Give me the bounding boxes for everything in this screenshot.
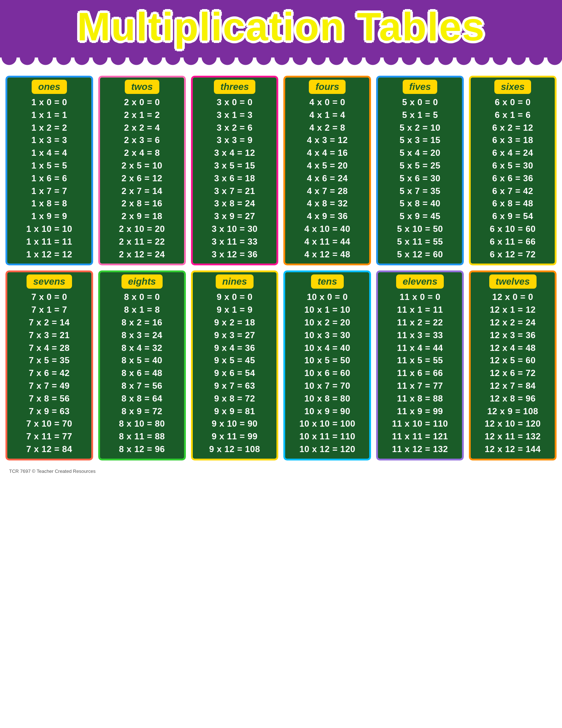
card-row-fives-6: 5 x 6 = 30 — [400, 172, 441, 185]
card-row-tens-11: 10 x 11 = 110 — [299, 430, 355, 443]
card-row-twos-5: 2 x 5 = 10 — [121, 159, 162, 172]
card-row-fives-2: 5 x 2 = 10 — [400, 122, 441, 134]
card-row-eights-10: 8 x 10 = 80 — [119, 418, 165, 430]
card-row-fours-10: 4 x 10 = 40 — [304, 223, 350, 236]
card-row-threes-8: 3 x 8 = 24 — [214, 197, 255, 210]
footer-text: TCR 7697 © Teacher Created Resources — [5, 467, 557, 475]
card-row-twelves-7: 12 x 7 = 84 — [490, 380, 535, 392]
card-row-elevens-3: 11 x 3 = 33 — [397, 329, 443, 342]
card-title-eights: eights — [121, 274, 163, 289]
table-card-threes: threes3 x 0 = 03 x 1 = 33 x 2 = 63 x 3 =… — [191, 76, 279, 265]
content-area: ones1 x 0 = 01 x 1 = 11 x 2 = 21 x 3 = 3… — [0, 68, 562, 483]
card-row-elevens-4: 11 x 4 = 44 — [397, 342, 443, 355]
card-row-tens-12: 10 x 12 = 120 — [299, 443, 355, 456]
card-row-eights-2: 8 x 2 = 16 — [121, 316, 162, 329]
card-title-sixes: sixes — [494, 80, 531, 94]
card-row-elevens-9: 11 x 9 = 99 — [397, 405, 443, 418]
card-row-fours-12: 4 x 12 = 48 — [304, 248, 350, 261]
page-title: Multiplication Tables — [7, 7, 555, 47]
card-row-threes-10: 3 x 10 = 30 — [212, 223, 258, 236]
card-row-tens-0: 10 x 0 = 0 — [307, 291, 348, 304]
card-row-threes-6: 3 x 6 = 18 — [214, 172, 255, 185]
card-row-fives-1: 5 x 1 = 5 — [402, 109, 438, 122]
card-row-eights-12: 8 x 12 = 96 — [119, 443, 165, 456]
card-rows-eights: 8 x 0 = 08 x 1 = 88 x 2 = 168 x 3 = 248 … — [101, 291, 183, 457]
card-row-fours-11: 4 x 11 = 44 — [304, 236, 350, 248]
card-row-sevens-5: 7 x 5 = 35 — [29, 354, 69, 367]
card-row-elevens-1: 11 x 1 = 11 — [397, 304, 443, 316]
card-row-ones-12: 1 x 12 = 12 — [26, 248, 72, 261]
card-row-twos-9: 2 x 9 = 18 — [121, 210, 162, 223]
card-row-threes-2: 3 x 2 = 6 — [217, 122, 253, 134]
card-row-eights-8: 8 x 8 = 64 — [121, 392, 162, 405]
card-row-tens-1: 10 x 1 = 10 — [304, 304, 350, 316]
card-row-twos-8: 2 x 8 = 16 — [121, 197, 162, 210]
card-row-twelves-0: 12 x 0 = 0 — [492, 291, 533, 304]
card-row-nines-10: 9 x 10 = 90 — [212, 418, 258, 430]
card-row-threes-9: 3 x 9 = 27 — [214, 210, 255, 223]
card-row-tens-9: 10 x 9 = 90 — [304, 405, 350, 418]
card-row-elevens-5: 11 x 5 = 55 — [397, 354, 443, 367]
card-row-eights-11: 8 x 11 = 88 — [119, 430, 165, 443]
card-row-ones-10: 1 x 10 = 10 — [26, 223, 72, 236]
card-row-sevens-6: 7 x 6 = 42 — [29, 367, 69, 380]
card-row-sevens-10: 7 x 10 = 70 — [26, 418, 72, 430]
card-row-sixes-6: 6 x 6 = 36 — [492, 172, 533, 185]
card-row-fives-8: 5 x 8 = 40 — [400, 197, 441, 210]
card-row-tens-4: 10 x 4 = 40 — [304, 342, 350, 355]
card-rows-sixes: 6 x 0 = 06 x 1 = 66 x 2 = 126 x 3 = 186 … — [472, 96, 553, 262]
card-title-fours: fours — [309, 80, 346, 94]
card-row-elevens-7: 11 x 7 = 77 — [397, 380, 443, 392]
card-row-eights-9: 8 x 9 = 72 — [121, 405, 162, 418]
card-row-fours-5: 4 x 5 = 20 — [307, 159, 348, 172]
card-row-eights-5: 8 x 5 = 40 — [121, 354, 162, 367]
card-title-elevens: elevens — [396, 274, 444, 289]
card-row-sevens-7: 7 x 7 = 49 — [29, 380, 69, 392]
card-row-ones-4: 1 x 4 = 4 — [31, 147, 67, 159]
card-row-sixes-11: 6 x 11 = 66 — [490, 236, 535, 248]
card-title-threes: threes — [214, 80, 255, 94]
card-row-sevens-4: 7 x 4 = 28 — [29, 342, 69, 355]
card-row-tens-5: 10 x 5 = 50 — [304, 354, 350, 367]
card-row-eights-3: 8 x 3 = 24 — [121, 329, 162, 342]
card-title-nines: nines — [216, 274, 254, 289]
card-row-fours-0: 4 x 0 = 0 — [310, 96, 346, 109]
card-row-ones-0: 1 x 0 = 0 — [31, 96, 67, 109]
card-row-twelves-2: 12 x 2 = 24 — [490, 316, 535, 329]
card-row-sixes-3: 6 x 3 = 18 — [492, 134, 533, 147]
card-row-twelves-1: 12 x 1 = 12 — [490, 304, 535, 316]
card-row-fours-4: 4 x 4 = 16 — [307, 147, 348, 159]
card-rows-twos: 2 x 0 = 02 x 1 = 22 x 2 = 42 x 3 = 62 x … — [101, 96, 183, 262]
card-rows-elevens: 11 x 0 = 011 x 1 = 1111 x 2 = 2211 x 3 =… — [379, 291, 461, 457]
card-rows-nines: 9 x 0 = 09 x 1 = 99 x 2 = 189 x 3 = 279 … — [194, 291, 275, 457]
card-row-fours-2: 4 x 2 = 8 — [310, 122, 346, 134]
card-row-sevens-0: 7 x 0 = 0 — [31, 291, 67, 304]
card-row-eights-1: 8 x 1 = 8 — [124, 304, 160, 316]
card-title-twos: twos — [125, 80, 159, 94]
card-row-elevens-6: 11 x 6 = 66 — [397, 367, 443, 380]
card-row-twelves-6: 12 x 6 = 72 — [490, 367, 535, 380]
card-row-fours-7: 4 x 7 = 28 — [307, 185, 348, 198]
card-row-fives-3: 5 x 3 = 15 — [400, 134, 441, 147]
card-row-nines-1: 9 x 1 = 9 — [217, 304, 253, 316]
table-card-fives: fives5 x 0 = 05 x 1 = 55 x 2 = 105 x 3 =… — [376, 76, 464, 265]
card-row-twelves-8: 12 x 8 = 96 — [490, 392, 535, 405]
card-rows-fives: 5 x 0 = 05 x 1 = 55 x 2 = 105 x 3 = 155 … — [379, 96, 461, 262]
header: Multiplication Tables — [0, 0, 562, 58]
card-row-fives-4: 5 x 4 = 20 — [400, 147, 441, 159]
card-row-twos-12: 2 x 12 = 24 — [119, 248, 165, 261]
card-row-sevens-3: 7 x 3 = 21 — [29, 329, 69, 342]
card-row-sixes-12: 6 x 12 = 72 — [490, 248, 535, 261]
card-row-ones-8: 1 x 8 = 8 — [31, 197, 67, 210]
table-card-elevens: elevens11 x 0 = 011 x 1 = 1111 x 2 = 221… — [376, 270, 464, 460]
card-row-elevens-10: 11 x 10 = 110 — [392, 418, 448, 430]
tables-grid: ones1 x 0 = 01 x 1 = 11 x 2 = 21 x 3 = 3… — [5, 76, 557, 460]
card-row-sixes-9: 6 x 9 = 54 — [492, 210, 533, 223]
card-title-fives: fives — [403, 80, 437, 94]
card-row-sevens-8: 7 x 8 = 56 — [29, 392, 69, 405]
card-row-elevens-12: 11 x 12 = 132 — [392, 443, 448, 456]
card-row-nines-12: 9 x 12 = 108 — [209, 443, 260, 456]
card-row-twelves-9: 12 x 9 = 108 — [487, 405, 538, 418]
card-row-twelves-12: 12 x 12 = 144 — [485, 443, 541, 456]
card-row-sixes-10: 6 x 10 = 60 — [490, 223, 535, 236]
